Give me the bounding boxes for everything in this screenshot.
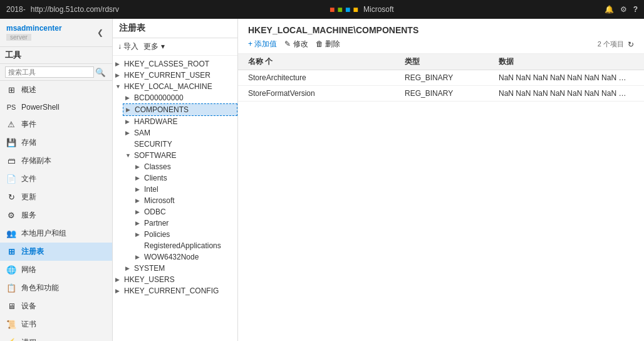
tree-node-hkey-local-machine[interactable]: ▼ HKEY_LOCAL_MACHINE ▶ BCD00000000 bbox=[113, 81, 237, 274]
sidebar-item-devices[interactable]: 🖥 设备 bbox=[0, 297, 112, 315]
topbar-center: ■ ■ ■ ■ Microsoft bbox=[330, 4, 394, 14]
tree-node-security[interactable]: ▶ SECURITY bbox=[123, 139, 237, 150]
sidebar-app-title: msadmincenter bbox=[6, 24, 62, 33]
tree-node-sam[interactable]: ▶ SAM bbox=[123, 127, 237, 139]
tree-node-system[interactable]: ▶ SYSTEM bbox=[123, 263, 237, 274]
right-panel-header: HKEY_LOCAL_MACHINE\COMPONENTS + 添加值 ✎ 修改… bbox=[238, 19, 644, 54]
right-toolbar-left: + 添加值 ✎ 修改 🗑 删除 bbox=[248, 39, 340, 50]
sidebar-item-devices-label: 设备 bbox=[21, 301, 36, 312]
tree-node-microsoft[interactable]: ▶ Microsoft bbox=[133, 195, 237, 206]
storage-backup-icon: 🗃 bbox=[6, 156, 16, 165]
sidebar-item-services[interactable]: ⚙ 服务 bbox=[0, 206, 112, 224]
search-button[interactable]: 🔍 bbox=[94, 68, 107, 77]
col-name: 名称 个 bbox=[248, 56, 405, 67]
node-label: RegisteredApplications bbox=[144, 241, 221, 250]
add-value-button[interactable]: + 添加值 bbox=[248, 39, 277, 50]
tree-node-hkey-current-user[interactable]: ▶ HKEY_CURRENT_USER bbox=[113, 70, 237, 81]
table-row[interactable]: StoreArchitecture REG_BINARY NaN NaN NaN… bbox=[238, 70, 644, 86]
sidebar-item-network[interactable]: 🌐 网络 bbox=[0, 261, 112, 279]
topbar-date: 2018- bbox=[6, 5, 26, 14]
sidebar-item-updates[interactable]: ↻ 更新 bbox=[0, 188, 112, 206]
table-row[interactable]: StoreFormatVersion REG_BINARY NaN NaN Na… bbox=[238, 86, 644, 102]
sidebar-item-events[interactable]: ⚠ 事件 bbox=[0, 115, 112, 134]
expand-arrow: ▶ bbox=[135, 209, 143, 215]
tree-panel-top: 注册表 bbox=[113, 19, 237, 38]
sidebar-item-events-label: 事件 bbox=[21, 119, 36, 130]
sidebar-item-powershell[interactable]: PS PowerShell bbox=[0, 99, 112, 115]
import-button[interactable]: ↓ 导入 bbox=[118, 41, 138, 52]
tree-node-hkey-users[interactable]: ▶ HKEY_USERS bbox=[113, 274, 237, 285]
expand-arrow: ▶ bbox=[115, 276, 123, 283]
node-label: BCD00000000 bbox=[134, 93, 184, 102]
row-data: NaN NaN NaN NaN NaN NaN NaN NaN NaN NaN … bbox=[499, 89, 634, 98]
sidebar-app-info: msadmincenter server bbox=[6, 24, 62, 41]
tree-node-intel[interactable]: ▶ Intel bbox=[133, 184, 237, 195]
tree-node-registered-apps[interactable]: ▶ RegisteredApplications bbox=[133, 240, 237, 251]
sidebar-item-users-groups[interactable]: 👥 本地用户和组 bbox=[0, 224, 112, 243]
main-layout: msadmincenter server ❮ 工具 🔍 ⊞ 概述 PS Powe… bbox=[0, 19, 644, 341]
files-icon: 📄 bbox=[6, 174, 16, 184]
help-icon[interactable]: ? bbox=[633, 5, 638, 14]
search-input[interactable] bbox=[5, 66, 94, 78]
sidebar-section-title: 工具 bbox=[0, 47, 112, 64]
notification-icon[interactable]: 🔔 bbox=[605, 5, 614, 14]
users-groups-icon: 👥 bbox=[6, 229, 16, 238]
tree-node-odbc[interactable]: ▶ ODBC bbox=[133, 206, 237, 218]
tree-node-wow6432[interactable]: ▶ WOW6432Node bbox=[133, 251, 237, 263]
tree-panel-title: 注册表 bbox=[119, 23, 145, 34]
more-button[interactable]: 更多 ▾ bbox=[143, 41, 164, 52]
node-label: SYSTEM bbox=[134, 264, 165, 273]
sidebar-item-files[interactable]: 📄 文件 bbox=[0, 170, 112, 188]
node-label: SAM bbox=[134, 129, 150, 137]
tree-node-classes[interactable]: ▶ Classes bbox=[133, 161, 237, 172]
expand-arrow: ▼ bbox=[115, 83, 123, 90]
tree-node-partner[interactable]: ▶ Partner bbox=[133, 218, 237, 229]
expand-arrow: ▶ bbox=[126, 107, 133, 113]
sidebar-item-certificates[interactable]: 📜 证书 bbox=[0, 315, 112, 333]
settings-icon[interactable]: ⚙ bbox=[620, 5, 627, 14]
sidebar-header: msadmincenter server ❮ bbox=[0, 19, 112, 47]
tree-node-hardware[interactable]: ▶ HARDWARE bbox=[123, 116, 237, 127]
refresh-button[interactable]: ↻ bbox=[628, 40, 634, 49]
row-data: NaN NaN NaN NaN NaN NaN NaN NaN bbox=[499, 73, 634, 82]
right-toolbar-right: 2 个项目 ↻ bbox=[598, 39, 634, 49]
node-label: Policies bbox=[144, 230, 170, 239]
topbar-left: 2018- http://blog.51cto.com/rdsrv bbox=[6, 5, 119, 14]
expand-arrow: ▶ bbox=[135, 175, 143, 181]
nav-items: ⊞ 概述 PS PowerShell ⚠ 事件 💾 存储 🗃 存储副本 📄 文 bbox=[0, 81, 112, 341]
row-type: REG_BINARY bbox=[405, 73, 499, 82]
node-label: HKEY_USERS bbox=[124, 275, 175, 284]
row-name: StoreFormatVersion bbox=[248, 89, 405, 98]
tree-node-hkey-current-config[interactable]: ▶ HKEY_CURRENT_CONFIG bbox=[113, 285, 237, 296]
node-label: HKEY_CLASSES_ROOT bbox=[124, 60, 209, 68]
expand-arrow: ▶ bbox=[115, 72, 123, 78]
tree-node-software[interactable]: ▼ SOFTWARE ▶ Classes bbox=[123, 150, 237, 263]
storage-icon: 💾 bbox=[6, 138, 16, 147]
sidebar-item-storage-backup[interactable]: 🗃 存储副本 bbox=[0, 152, 112, 170]
right-panel: HKEY_LOCAL_MACHINE\COMPONENTS + 添加值 ✎ 修改… bbox=[238, 19, 644, 341]
sidebar-item-storage-label: 存储 bbox=[21, 137, 36, 148]
processes-icon: ⚡ bbox=[6, 338, 16, 341]
expand-arrow: ▼ bbox=[125, 152, 133, 159]
tree-node-policies[interactable]: ▶ Policies bbox=[133, 229, 237, 240]
sidebar-item-storage[interactable]: 💾 存储 bbox=[0, 134, 112, 152]
sidebar-item-registry[interactable]: ⊞ 注册表 bbox=[0, 243, 112, 261]
tree-node-components[interactable]: ▶ COMPONENTS bbox=[123, 103, 237, 116]
node-label: COMPONENTS bbox=[135, 105, 189, 114]
tree-node-bcd[interactable]: ▶ BCD00000000 bbox=[123, 92, 237, 103]
node-label: Microsoft bbox=[144, 196, 175, 205]
sidebar-item-roles[interactable]: 📋 角色和功能 bbox=[0, 279, 112, 297]
expand-arrow: ▶ bbox=[135, 254, 143, 260]
edit-button[interactable]: ✎ 修改 bbox=[284, 39, 308, 50]
sidebar-item-services-label: 服务 bbox=[21, 210, 36, 221]
sidebar-item-processes[interactable]: ⚡ 进程 bbox=[0, 333, 112, 341]
registry-table: 名称 个 类型 数据 StoreArchitecture REG_BINARY … bbox=[238, 54, 644, 341]
node-label: SECURITY bbox=[134, 140, 172, 149]
events-icon: ⚠ bbox=[6, 120, 16, 129]
tree-node-hkey-classes-root[interactable]: ▶ HKEY_CLASSES_ROOT bbox=[113, 58, 237, 70]
delete-button[interactable]: 🗑 删除 bbox=[316, 39, 340, 50]
node-label: HKEY_CURRENT_USER bbox=[124, 71, 210, 80]
tree-node-clients[interactable]: ▶ Clients bbox=[133, 172, 237, 184]
sidebar-collapse-btn[interactable]: ❮ bbox=[95, 26, 106, 39]
sidebar-item-overview[interactable]: ⊞ 概述 bbox=[0, 81, 112, 99]
